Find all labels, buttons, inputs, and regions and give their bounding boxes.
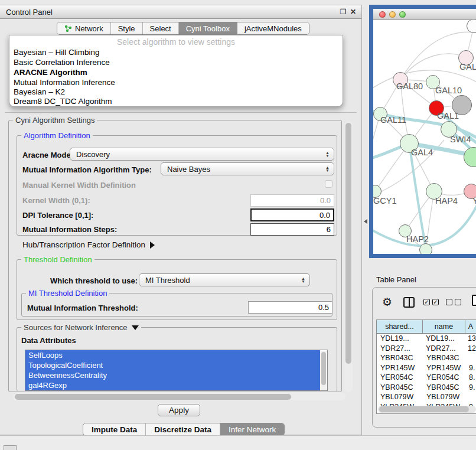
node-label-gal10: GAL10: [435, 86, 462, 95]
cell: YBL079W: [377, 392, 423, 402]
threshold-definition-title: Threshold Definition: [21, 255, 94, 264]
node-label-gal1: GAL1: [437, 111, 459, 120]
cell: 13: [464, 334, 476, 344]
mi-threshold-field[interactable]: 0.5: [248, 301, 332, 314]
tab-style[interactable]: Style: [111, 22, 143, 34]
tab-jactivemnodules[interactable]: jActiveMNodules: [237, 22, 309, 34]
tab-discretize-data[interactable]: Discretize Data: [146, 423, 220, 435]
minimize-traffic-light-icon[interactable]: [389, 11, 396, 18]
tab-discretize-data-label: Discretize Data: [154, 425, 211, 434]
tab-jactivemnodules-label: jActiveMNodules: [244, 24, 302, 33]
menu-item-mutual-information[interactable]: Mutual Information Inference: [9, 78, 343, 88]
network-window-titlebar: [373, 9, 476, 20]
zoom-traffic-light-icon[interactable]: [399, 11, 406, 18]
aracne-mode-select[interactable]: Discovery ▲▼: [70, 148, 334, 161]
tab-impute-data-label: Impute Data: [92, 425, 137, 434]
dpi-tolerance-field[interactable]: 0.0: [250, 208, 334, 221]
menu-item-dream8[interactable]: Dream8 DC_TDC Algorithm: [9, 97, 343, 107]
list-item[interactable]: TopologicalCoefficient: [25, 360, 320, 370]
cell: YPR145W: [423, 363, 465, 373]
menu-item-bayesian-hill-climbing[interactable]: Bayesian – Hill Climbing: [9, 48, 343, 58]
settings-vertical-scrollbar-thumb[interactable]: [345, 123, 351, 364]
network-node[interactable]: [419, 243, 432, 256]
node-label-gal4: GAL4: [411, 148, 433, 157]
network-canvas[interactable]: GAL GAL80 GAL10 GAL1 GAL11 SWI4 GAL4 GCY…: [373, 21, 476, 251]
mi-type-label: Mutual Information Algorithm Type:: [22, 165, 152, 174]
apply-button[interactable]: Apply: [158, 404, 200, 416]
checkbox-unchecked-icon[interactable]: [455, 299, 461, 305]
float-window-icon[interactable]: ❐: [340, 8, 347, 15]
settings-horizontal-scrollbar[interactable]: [13, 393, 345, 400]
cell: 9.: [465, 363, 476, 373]
manual-kernel-checkbox[interactable]: [325, 180, 332, 188]
data-attributes-label: Data Attributes: [21, 336, 76, 345]
settings-vertical-scrollbar[interactable]: [344, 121, 353, 392]
sources-expander[interactable]: Sources for Network Inference: [21, 323, 141, 332]
table-row[interactable]: YDL19...YDL19...13: [377, 334, 476, 344]
tab-infer-network-label: Infer Network: [229, 425, 276, 434]
menu-item-bayesian-k2[interactable]: Bayesian – K2: [9, 87, 343, 97]
tab-network[interactable]: Network: [57, 22, 111, 34]
table-row[interactable]: YBR045CYBR045C9.: [377, 383, 476, 393]
control-panel-title: Control Panel: [6, 8, 53, 17]
table-row[interactable]: YER054CYER054C8.: [377, 373, 476, 383]
control-panel-window: Control Panel ❐ ✕ Network Style Select C…: [0, 5, 362, 435]
checkbox-unchecked-icon[interactable]: [446, 299, 452, 305]
list-item[interactable]: gal4RGexp: [25, 380, 320, 390]
cell: YPR145W: [377, 363, 423, 373]
cell: YDR27...: [422, 344, 464, 354]
table-row[interactable]: YDR27...YDR27...12: [377, 344, 476, 354]
separator: [5, 112, 357, 113]
table-horizontal-scrollbar-thumb[interactable]: [379, 406, 469, 412]
cell: 9.: [465, 383, 476, 393]
tab-network-label: Network: [75, 24, 103, 33]
tab-select[interactable]: Select: [143, 22, 179, 34]
which-threshold-select[interactable]: MI Threshold ▲▼: [139, 273, 310, 286]
network-view-window: GAL GAL80 GAL10 GAL1 GAL11 SWI4 GAL4 GCY…: [369, 5, 476, 258]
list-item[interactable]: BetweennessCentrality: [25, 370, 320, 380]
list-scrollbar-thumb[interactable]: [321, 352, 326, 385]
panel-resize-grip[interactable]: [364, 219, 367, 224]
mi-steps-label: Mutual Information Steps:: [22, 225, 117, 234]
checkbox-checked-icon[interactable]: ✓: [432, 299, 439, 305]
mini-panel-button[interactable]: [4, 445, 17, 450]
cell: YBL079W: [423, 392, 465, 402]
list-item[interactable]: SelfLoops: [25, 350, 320, 360]
node-table: shared... name A YDL19...YDL19...13 YDR2…: [376, 319, 476, 414]
tab-impute-data[interactable]: Impute Data: [83, 423, 146, 435]
menu-item-basic-correlation[interactable]: Basic Correlation Inference: [9, 58, 343, 68]
table-row[interactable]: YBR043CYBR043C: [377, 353, 476, 363]
control-panel-tabbar: Network Style Select Cyni Toolbox jActiv…: [57, 22, 309, 35]
columns-icon[interactable]: [403, 297, 415, 308]
list-scrollbar[interactable]: [320, 351, 327, 390]
mi-steps-field[interactable]: 6: [250, 223, 334, 236]
data-attributes-list[interactable]: SelfLoops TopologicalCoefficient Between…: [25, 350, 328, 391]
tab-cyni-toolbox[interactable]: Cyni Toolbox: [179, 22, 237, 34]
cell: [465, 353, 476, 363]
expander-collapsed-icon: [150, 242, 155, 249]
close-window-icon[interactable]: ✕: [350, 8, 357, 15]
tab-infer-network[interactable]: Infer Network: [220, 423, 284, 435]
table-row[interactable]: YPR145WYPR145W9.: [377, 363, 476, 373]
cell: YDL19...: [377, 334, 422, 344]
close-traffic-light-icon[interactable]: [379, 11, 386, 18]
cyni-algorithm-settings-title: Cyni Algorithm Settings: [13, 116, 97, 125]
gear-icon[interactable]: ⚙: [382, 295, 392, 309]
kernel-width-field[interactable]: 0.0: [250, 194, 334, 207]
mi-threshold-group-title: MI Threshold Definition: [26, 289, 109, 298]
settings-horizontal-scrollbar-thumb[interactable]: [15, 394, 291, 400]
table-panel-window: ⚙ ✓ ✓ shared... name A YDL19...YDL19...1…: [372, 287, 476, 428]
column-header-name[interactable]: name: [423, 320, 465, 333]
page-icon[interactable]: [472, 295, 476, 306]
spinner-arrows-icon: ▲▼: [325, 151, 330, 157]
hub-tf-expander-label: Hub/Transcription Factor Definition: [22, 240, 145, 249]
column-header-partial[interactable]: A: [465, 320, 476, 333]
mi-type-select[interactable]: Naive Bayes ▲▼: [161, 162, 334, 175]
column-header-shared-name[interactable]: shared...: [377, 320, 423, 333]
table-row[interactable]: YBL079WYBL079W: [377, 392, 476, 402]
checkbox-checked-icon[interactable]: ✓: [423, 299, 430, 305]
menu-item-aracne[interactable]: ARACNE Algorithm: [9, 68, 343, 78]
hub-tf-expander[interactable]: Hub/Transcription Factor Definition: [22, 240, 155, 249]
table-horizontal-scrollbar[interactable]: [378, 406, 476, 413]
node-label-gcy1: GCY1: [373, 196, 397, 206]
